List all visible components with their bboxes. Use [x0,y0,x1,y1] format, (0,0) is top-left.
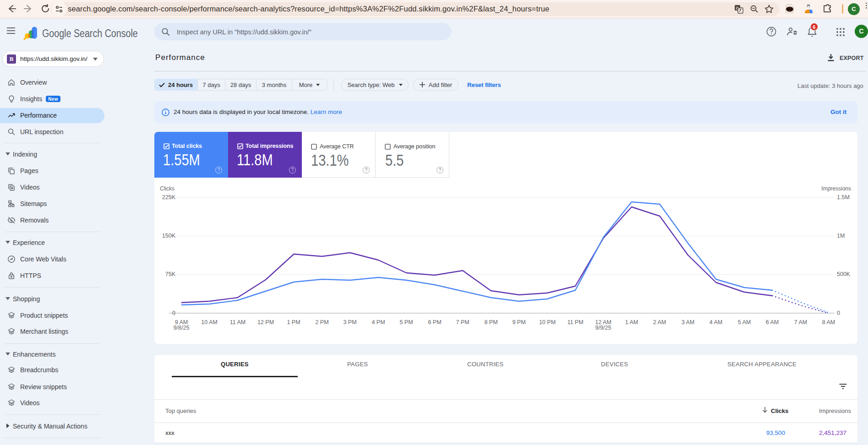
svg-text:2 PM: 2 PM [315,319,328,326]
svg-text:5 AM: 5 AM [738,319,751,326]
svg-text:5 PM: 5 PM [399,319,413,326]
svg-text:0: 0 [837,310,840,316]
svg-text:9 PM: 9 PM [512,319,525,326]
svg-text:1 AM: 1 AM [625,319,639,326]
svg-text:8 PM: 8 PM [484,319,497,326]
svg-text:3 AM: 3 AM [682,319,695,326]
svg-text:225K: 225K [162,194,176,201]
svg-text:7 AM: 7 AM [794,319,808,326]
svg-text:150K: 150K [162,233,176,239]
svg-text:0: 0 [172,310,175,316]
svg-text:1.5M: 1.5M [837,194,850,201]
svg-text:11 AM: 11 AM [230,319,246,326]
svg-text:10 PM: 10 PM [539,319,556,326]
svg-text:1 PM: 1 PM [287,319,300,326]
svg-text:75K: 75K [165,271,176,277]
svg-text:10 AM: 10 AM [201,319,217,326]
svg-text:3 PM: 3 PM [343,319,356,326]
svg-text:9/8/25: 9/8/25 [174,325,190,331]
svg-text:6 PM: 6 PM [428,319,441,326]
svg-text:2 AM: 2 AM [653,319,666,326]
svg-text:12 PM: 12 PM [257,319,274,326]
svg-text:11 PM: 11 PM [567,319,583,326]
svg-text:7 PM: 7 PM [456,319,469,326]
svg-text:9/9/25: 9/9/25 [595,325,611,331]
svg-text:Impressions: Impressions [821,185,851,192]
svg-text:6 AM: 6 AM [766,319,779,326]
svg-text:4 PM: 4 PM [371,319,385,326]
svg-text:1M: 1M [837,233,845,239]
svg-text:4 AM: 4 AM [710,319,723,326]
svg-text:500K: 500K [837,271,851,277]
svg-text:Clicks: Clicks [160,185,175,192]
svg-text:8 AM: 8 AM [822,319,835,326]
